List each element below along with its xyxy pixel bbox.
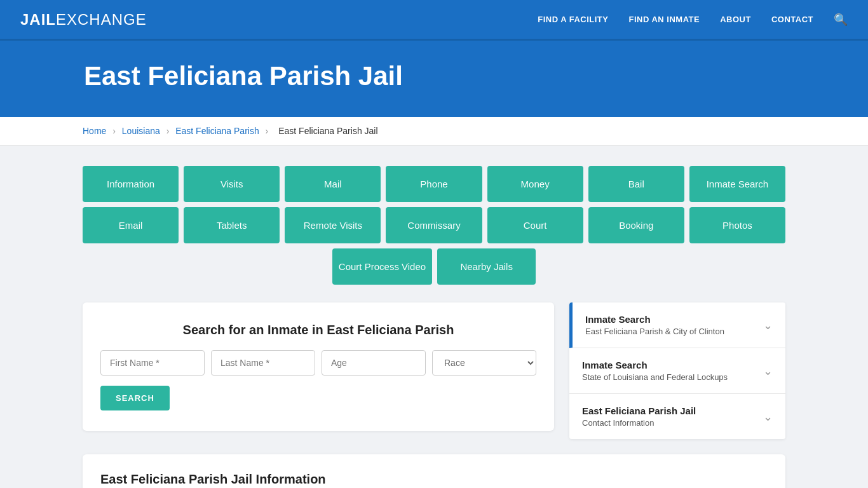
hero-section: East Feliciana Parish Jail [0, 41, 868, 117]
nav-about[interactable]: ABOUT [720, 15, 751, 24]
sidebar-contact-sub: Contact Information [582, 418, 757, 428]
lower-section: Search for an Inmate in East Feliciana P… [83, 302, 785, 439]
breadcrumb-sep-2: › [166, 126, 170, 136]
sidebar-contact-title: East Feliciana Parish Jail [582, 405, 757, 416]
search-inputs: Race White Black Hispanic Asian Other [100, 350, 536, 376]
sidebar-item-text-contact: East Feliciana Parish Jail Contact Infor… [582, 405, 757, 428]
inmate-search-tab[interactable]: Inmate Search [689, 166, 785, 202]
breadcrumb-sep-3: › [266, 126, 269, 136]
race-select[interactable]: Race White Black Hispanic Asian Other [432, 350, 536, 376]
search-icon[interactable]: 🔍 [834, 13, 848, 27]
breadcrumb: Home › Louisiana › East Feliciana Parish… [0, 117, 868, 146]
nearby-jails-tab[interactable]: Nearby Jails [437, 248, 536, 285]
sidebar-item-text-local: Inmate Search East Feliciana Parish & Ci… [585, 314, 757, 336]
remote-visits-tab[interactable]: Remote Visits [285, 207, 381, 243]
breadcrumb-current: East Feliciana Parish Jail [278, 126, 377, 136]
email-tab[interactable]: Email [83, 207, 179, 243]
court-tab[interactable]: Court [487, 207, 583, 243]
nav-find-inmate[interactable]: FIND AN INMATE [628, 15, 700, 24]
search-button[interactable]: SEARCH [100, 386, 170, 410]
tab-row-2: Email Tablets Remote Visits Commissary C… [83, 207, 785, 243]
nav-find-facility[interactable]: FIND A FACILITY [538, 15, 608, 24]
info-section: East Feliciana Parish Jail Information [83, 454, 785, 488]
sidebar-state-sub: State of Louisiana and Federal Lockups [582, 372, 757, 382]
nav-logo[interactable]: JAILEXCHANGE [20, 11, 147, 29]
money-tab[interactable]: Money [487, 166, 583, 202]
nav-links: FIND A FACILITY FIND AN INMATE ABOUT CON… [538, 13, 848, 27]
breadcrumb-parish[interactable]: East Feliciana Parish [175, 126, 259, 136]
tab-row-3: Court Process Video Nearby Jails [83, 248, 785, 285]
court-process-video-tab[interactable]: Court Process Video [332, 248, 432, 285]
chevron-down-icon: ⌄ [763, 318, 773, 332]
tablets-tab[interactable]: Tablets [184, 207, 280, 243]
last-name-input[interactable] [211, 350, 315, 376]
logo-exchange: EXCHANGE [56, 11, 147, 28]
sidebar-item-state[interactable]: Inmate Search State of Louisiana and Fed… [569, 348, 785, 394]
sidebar-local-sub: East Feliciana Parish & City of Clinton [585, 327, 757, 336]
mail-tab[interactable]: Mail [285, 166, 381, 202]
search-title: Search for an Inmate in East Feliciana P… [100, 323, 536, 337]
tab-row-1: Information Visits Mail Phone Money Bail… [83, 166, 785, 202]
photos-tab[interactable]: Photos [689, 207, 785, 243]
navbar: JAILEXCHANGE FIND A FACILITY FIND AN INM… [0, 0, 868, 41]
bail-tab[interactable]: Bail [588, 166, 684, 202]
booking-tab[interactable]: Booking [588, 207, 684, 243]
age-input[interactable] [322, 350, 426, 376]
sidebar-item-text-state: Inmate Search State of Louisiana and Fed… [582, 360, 757, 382]
phone-tab[interactable]: Phone [386, 166, 482, 202]
breadcrumb-home[interactable]: Home [83, 126, 106, 136]
information-tab[interactable]: Information [83, 166, 179, 202]
page-title: East Feliciana Parish Jail [84, 61, 848, 92]
visits-tab[interactable]: Visits [184, 166, 280, 202]
chevron-down-icon-3: ⌄ [763, 410, 773, 424]
main-content: Information Visits Mail Phone Money Bail… [0, 146, 868, 488]
sidebar-local-title: Inmate Search [585, 314, 757, 325]
nav-contact[interactable]: CONTACT [771, 15, 813, 24]
sidebar: Inmate Search East Feliciana Parish & Ci… [569, 302, 785, 439]
sidebar-item-contact[interactable]: East Feliciana Parish Jail Contact Infor… [569, 394, 785, 439]
breadcrumb-louisiana[interactable]: Louisiana [122, 126, 160, 136]
commissary-tab[interactable]: Commissary [386, 207, 482, 243]
sidebar-item-local[interactable]: Inmate Search East Feliciana Parish & Ci… [569, 302, 785, 348]
first-name-input[interactable] [100, 350, 205, 376]
sidebar-state-title: Inmate Search [582, 360, 757, 370]
info-title: East Feliciana Parish Jail Information [100, 472, 768, 487]
breadcrumb-sep-1: › [112, 126, 116, 136]
inmate-search-box: Search for an Inmate in East Feliciana P… [83, 302, 554, 431]
logo-jail: JAIL [20, 11, 56, 28]
chevron-down-icon-2: ⌄ [763, 364, 773, 378]
